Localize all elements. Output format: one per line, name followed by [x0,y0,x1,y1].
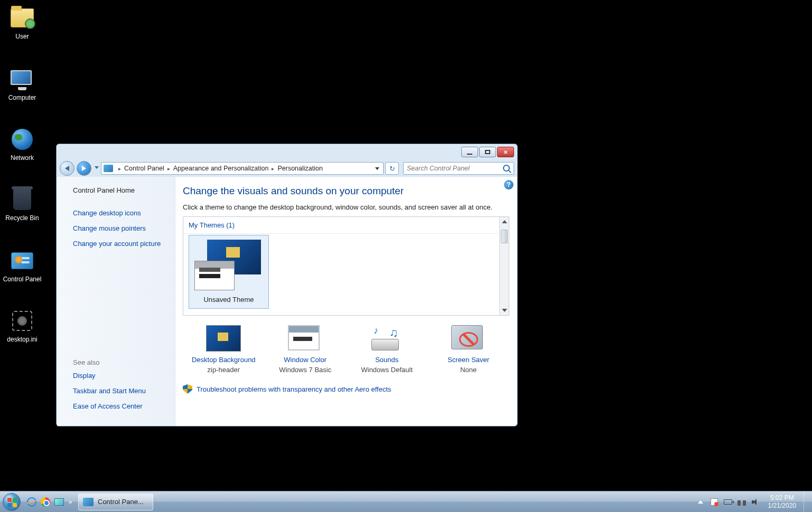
show-desktop-button[interactable] [804,491,809,513]
quick-settings-row: Desktop Background zip-header Window Col… [183,325,509,374]
screen-saver-icon [451,325,486,352]
tray-action-center[interactable] [710,498,718,506]
maximize-button[interactable] [479,147,496,157]
see-also-heading: See also [73,358,146,366]
recycle-bin-icon [10,187,35,212]
themes-section-header: My Themes (1) [183,217,509,234]
scroll-up-button[interactable] [500,217,509,226]
tray-volume[interactable] [751,498,760,506]
page-description: Click a theme to change the desktop back… [183,203,509,211]
quick-screen-saver[interactable]: Screen Saver None [429,325,508,374]
quick-title: Desktop Background [184,356,263,364]
breadcrumb-separator: ▸ [118,166,121,172]
pinned-ie[interactable] [25,495,38,509]
history-dropdown[interactable] [95,166,99,170]
sidebar-link-mouse-pointers[interactable]: Change mouse pointers [73,224,175,232]
forward-button[interactable] [77,161,91,176]
start-button[interactable] [0,491,23,513]
taskbar-item-label: Control Pane... [98,498,144,506]
desktop-icon-network[interactable]: Network [1,127,43,162]
window-titlebar[interactable]: ✕ [57,144,517,160]
pinned-explorer[interactable] [53,495,66,509]
sidebar-link-account-picture[interactable]: Change your account picture [73,240,175,248]
folder-icon [10,5,35,31]
sidebar-link-taskbar[interactable]: Taskbar and Start Menu [73,387,146,395]
maximize-icon [485,150,490,154]
sidebar: Control Panel Home Change desktop icons … [57,177,175,426]
minimize-icon [467,154,472,155]
refresh-button[interactable]: ↻ [385,162,399,175]
window-color-icon [288,325,323,352]
search-icon[interactable] [503,165,510,172]
help-icon: ? [507,181,510,188]
minimize-button[interactable] [461,147,478,157]
sidebar-home[interactable]: Control Panel Home [73,186,175,194]
address-bar[interactable]: ▸ Control Panel ▸ Appearance and Persona… [101,162,384,175]
system-tray: 5:02 PM 1/21/2020 [696,491,812,513]
quick-title: Sounds [347,356,426,364]
taskbar-item-control-panel[interactable]: Control Pane... [78,494,153,510]
network-icon [738,498,746,506]
sidebar-link-display[interactable]: Display [73,372,146,380]
desktop-icon-label: Computer [1,94,43,101]
quick-window-color[interactable]: Window Color Windows 7 Basic [266,325,345,374]
search-box[interactable] [403,162,514,175]
chrome-icon [41,497,50,507]
theme-preview [193,240,264,292]
quick-desktop-background[interactable]: Desktop Background zip-header [184,325,263,374]
speaker-icon [752,498,759,506]
navigation-bar: ▸ Control Panel ▸ Appearance and Persona… [57,160,517,177]
desktop-background-icon [206,325,241,352]
control-panel-icon [10,248,35,273]
desktop-icon-recycle-bin[interactable]: Recycle Bin [1,187,43,222]
main-content: ? Change the visuals and sounds on your … [175,177,517,426]
desktop-icon-desktop-ini[interactable]: desktop.ini [1,308,43,343]
control-panel-icon [83,498,94,506]
quick-value: zip-header [184,366,263,374]
shield-icon [183,384,192,394]
internet-explorer-icon [27,497,36,507]
help-button[interactable]: ? [504,180,514,189]
quick-sounds[interactable]: ♪♫ Sounds Windows Default [347,325,426,374]
sidebar-link-desktop-icons[interactable]: Change desktop icons [73,209,175,217]
battery-icon [724,499,732,505]
troubleshoot-row: Troubleshoot problems with transparency … [183,384,509,394]
desktop-icon-computer[interactable]: Computer [1,67,43,101]
tray-battery[interactable] [724,498,732,506]
taskbar-overflow[interactable]: » [66,498,75,506]
tray-overflow[interactable] [696,498,705,506]
scroll-thumb[interactable] [501,230,508,243]
desktop-icon-label: User [1,33,43,40]
close-icon: ✕ [503,149,508,155]
taskbar-clock[interactable]: 5:02 PM 1/21/2020 [768,494,796,509]
breadcrumb-item[interactable]: Personalization [277,165,322,172]
explorer-icon [54,498,64,506]
desktop-icon-user[interactable]: User [1,5,43,40]
breadcrumb-item[interactable]: Control Panel [124,165,164,172]
theme-name: Unsaved Theme [193,296,264,304]
back-button[interactable] [60,161,74,176]
chevron-up-icon [698,500,703,504]
clock-date: 1/21/2020 [768,502,796,509]
close-button[interactable]: ✕ [497,147,514,157]
theme-item-unsaved[interactable]: Unsaved Theme [189,235,269,309]
scroll-down-button[interactable] [500,306,509,315]
sidebar-see-also: See also Display Taskbar and Start Menu … [73,358,146,418]
sounds-icon: ♪♫ [369,325,404,352]
quick-value: Windows Default [347,366,426,374]
address-dropdown[interactable] [374,167,381,170]
desktop-icon-control-panel[interactable]: Control Panel [1,248,43,283]
desktop-icon-label: Network [1,154,43,162]
sidebar-link-ease-of-access[interactable]: Ease of Access Center [73,402,146,410]
troubleshoot-link[interactable]: Troubleshoot problems with transparency … [197,385,391,393]
pinned-apps [25,495,66,509]
search-input[interactable] [407,165,503,172]
taskbar: » Control Pane... 5:02 PM 1/21/2020 [0,491,812,512]
breadcrumb-item[interactable]: Appearance and Personalization [173,165,269,172]
control-panel-icon [104,165,113,172]
themes-scrollbar[interactable] [499,217,509,315]
quick-value: None [429,366,508,374]
pinned-chrome[interactable] [39,495,52,509]
tray-network[interactable] [738,498,746,506]
breadcrumb-separator: ▸ [167,166,170,172]
